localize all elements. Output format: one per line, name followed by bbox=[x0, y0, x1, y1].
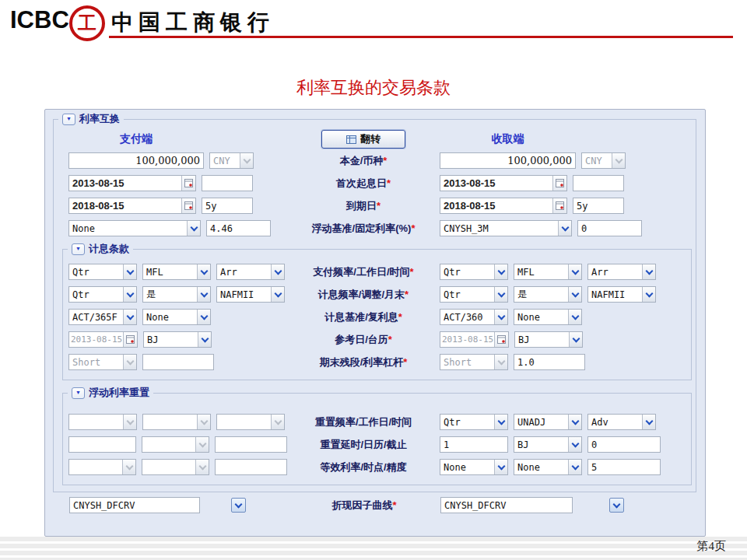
form-row-discount-curve: CNYSH_DFCRV 折现因子曲线* CNYSH_DFCRV bbox=[45, 497, 705, 513]
bank-name: 中国工商银行 bbox=[111, 8, 275, 37]
pay-calc-freq-select[interactable]: Qtr bbox=[68, 286, 137, 303]
recv-reset-lag-input[interactable]: 1 bbox=[440, 436, 508, 453]
pay-float-index-select[interactable]: None bbox=[68, 220, 201, 236]
chevron-down-icon bbox=[568, 437, 581, 452]
recv-calendar-select[interactable]: BJ bbox=[514, 331, 583, 348]
pay-compound-select[interactable]: None bbox=[142, 309, 211, 325]
chevron-down-icon bbox=[642, 287, 655, 302]
interest-terms-fieldset: ▼ 计息条款 Qtr MFL Arr 支付频率/工作日/时间* Qtr MFL … bbox=[62, 249, 692, 380]
calendar-icon[interactable] bbox=[494, 332, 508, 347]
chevron-down-icon bbox=[197, 310, 210, 324]
calendar-icon[interactable] bbox=[181, 198, 195, 213]
pay-month-end-select[interactable]: NAFMII bbox=[216, 286, 285, 303]
flip-button[interactable]: 翻转 bbox=[321, 130, 405, 149]
calendar-icon[interactable] bbox=[552, 198, 566, 213]
pay-calendar-select[interactable]: BJ bbox=[143, 331, 212, 348]
discount-curve-label: 折现因子曲线* bbox=[331, 499, 396, 513]
recv-daycount-select[interactable]: ACT/360 bbox=[440, 309, 508, 325]
pay-first-accrual-date-input[interactable]: 2013-08-15 bbox=[68, 175, 196, 191]
swap-fieldset: ▼ 利率互换 支付端 翻转 收取端 100,000,000 CNY 本金/币种*… bbox=[53, 119, 696, 492]
pay-reset-cutoff-input[interactable] bbox=[215, 436, 287, 453]
recv-reset-busday-select[interactable]: UNADJ bbox=[514, 414, 582, 430]
recv-equiv-rate-select[interactable]: None bbox=[440, 459, 508, 475]
reset-lag-label: 重置延时/日历/截止 bbox=[320, 438, 406, 452]
form-row-calc-frequency: Qtr 是 NAFMII 计息频率/调整/月末* Qtr 是 NAFMII bbox=[63, 283, 691, 306]
float-benchmark-label: 浮动基准/固定利率(%)* bbox=[312, 222, 416, 236]
pay-reset-freq-select bbox=[68, 414, 137, 430]
column-header-row: 支付端 翻转 收取端 bbox=[54, 129, 696, 149]
chevron-down-icon bbox=[494, 287, 507, 302]
pay-leverage-input[interactable] bbox=[142, 354, 214, 370]
pay-timing-select[interactable]: Arr bbox=[216, 264, 285, 280]
recv-payment-freq-select[interactable]: Qtr bbox=[440, 264, 508, 280]
recv-maturity-date-input[interactable]: 2018-08-15 bbox=[440, 198, 567, 214]
collapse-arrow-icon[interactable]: ▼ bbox=[62, 114, 75, 125]
recv-discount-curve-input[interactable]: CNYSH_DFCRV bbox=[440, 497, 573, 513]
page-title: 利率互换的交易条款 bbox=[0, 76, 747, 100]
recv-reference-date-input: 2013-08-15 bbox=[440, 331, 509, 348]
recv-busday-select[interactable]: MFL bbox=[514, 264, 582, 280]
recv-reset-calendar-select[interactable]: BJ bbox=[514, 436, 582, 453]
pay-tenor-input[interactable]: 5y bbox=[202, 198, 253, 214]
recv-first-accrual-date-input[interactable]: 2013-08-15 bbox=[440, 175, 567, 191]
form-row-pay-frequency: Qtr MFL Arr 支付频率/工作日/时间* Qtr MFL Arr bbox=[63, 261, 691, 283]
swap-legend-label: 利率互换 bbox=[79, 112, 120, 126]
table-grid-icon bbox=[346, 135, 356, 144]
swap-legend: ▼ 利率互换 bbox=[58, 112, 124, 126]
pay-side-header: 支付端 bbox=[68, 132, 204, 146]
pay-payment-freq-select[interactable]: Qtr bbox=[68, 264, 137, 280]
calendar-icon[interactable] bbox=[123, 332, 137, 347]
recv-compound-select[interactable]: None bbox=[514, 309, 582, 325]
pay-discount-curve-input[interactable]: CNYSH_DFCRV bbox=[69, 497, 200, 513]
chevron-down-icon bbox=[568, 310, 581, 324]
recv-float-index-select[interactable]: CNYSH_3M bbox=[440, 220, 572, 236]
chevron-down-icon bbox=[123, 355, 136, 369]
chevron-down-icon bbox=[195, 437, 209, 452]
footer-stripe bbox=[0, 551, 747, 555]
chevron-down-icon bbox=[642, 264, 655, 279]
recv-reset-cutoff-input[interactable]: 0 bbox=[587, 436, 661, 453]
page-header: ICBC 工 中国工商银行 bbox=[0, 0, 747, 48]
chevron-down-icon bbox=[271, 415, 284, 429]
collapse-arrow-icon[interactable]: ▼ bbox=[72, 387, 85, 399]
pay-maturity-date-input[interactable]: 2018-08-15 bbox=[68, 198, 196, 214]
rate-reset-legend: ▼ 浮动利率重置 bbox=[68, 386, 153, 400]
recv-tenor-input[interactable]: 5y bbox=[573, 198, 624, 214]
recv-month-end-select[interactable]: NAFMII bbox=[587, 286, 656, 303]
pay-fixed-rate-input[interactable]: 4.46 bbox=[206, 220, 271, 236]
reset-freq-label: 重置频率/工作日/时间 bbox=[315, 415, 412, 429]
recv-reset-freq-select[interactable]: Qtr bbox=[440, 414, 508, 430]
recv-spread-input[interactable]: 0 bbox=[577, 220, 642, 236]
recv-equiv-point-select[interactable]: None bbox=[514, 459, 582, 475]
recv-reset-timing-select[interactable]: Adv bbox=[587, 414, 656, 430]
calendar-icon[interactable] bbox=[552, 176, 566, 191]
pay-busday-select[interactable]: MFL bbox=[142, 264, 211, 280]
pay-reset-lag-input[interactable] bbox=[68, 436, 136, 453]
recv-leverage-input[interactable]: 1.0 bbox=[514, 354, 585, 370]
pay-daycount-select[interactable]: ACT/365F bbox=[68, 309, 137, 325]
recv-first-accrual-extra-input[interactable] bbox=[573, 175, 624, 191]
pay-precision-input[interactable] bbox=[215, 459, 287, 475]
pay-equiv-rate-select bbox=[68, 459, 136, 475]
chevron-down-icon bbox=[494, 415, 507, 429]
pay-curve-picker-button[interactable] bbox=[231, 498, 246, 513]
calendar-icon[interactable] bbox=[181, 176, 195, 191]
pay-principal-input[interactable]: 100,000,000 bbox=[68, 152, 204, 169]
pay-reset-busday-select bbox=[142, 414, 211, 430]
daycount-label: 计息基准/复利息* bbox=[324, 310, 402, 324]
recv-calc-freq-select[interactable]: Qtr bbox=[440, 286, 508, 303]
rate-reset-legend-label: 浮动利率重置 bbox=[89, 386, 149, 400]
principal-currency-label: 本金/币种* bbox=[340, 154, 388, 168]
pay-adjust-select[interactable]: 是 bbox=[142, 286, 211, 303]
collapse-arrow-icon[interactable]: ▼ bbox=[72, 243, 85, 255]
recv-precision-input[interactable]: 5 bbox=[587, 459, 661, 475]
recv-timing-select[interactable]: Arr bbox=[587, 264, 656, 280]
chevron-down-icon bbox=[240, 153, 253, 168]
chevron-down-icon bbox=[568, 415, 581, 429]
form-row-principal: 100,000,000 CNY 本金/币种* 100,000,000 CNY bbox=[54, 149, 696, 172]
recv-principal-input[interactable]: 100,000,000 bbox=[440, 152, 576, 169]
recv-curve-picker-button[interactable] bbox=[609, 498, 624, 513]
pay-first-accrual-extra-input[interactable] bbox=[202, 175, 253, 191]
chevron-down-icon bbox=[569, 332, 582, 347]
recv-adjust-select[interactable]: 是 bbox=[514, 286, 582, 303]
